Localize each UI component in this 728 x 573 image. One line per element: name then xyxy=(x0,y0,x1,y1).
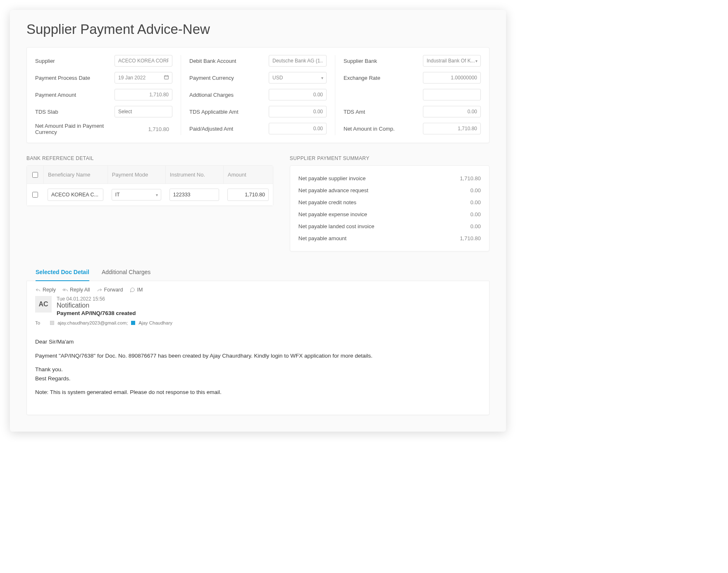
payment-amount-label: Payment Amount xyxy=(35,92,115,98)
payment-amount-input[interactable] xyxy=(115,89,172,100)
sum-invoice-val: 1,710.80 xyxy=(460,175,481,181)
debit-bank-select[interactable] xyxy=(269,55,327,67)
addl-charges-input[interactable] xyxy=(269,89,327,100)
sum-landed-label: Net payable landed cost invoice xyxy=(298,223,375,229)
header-beneficiary: Beneficiary Name xyxy=(43,166,107,184)
table-row: ▾ xyxy=(27,184,273,205)
reply-all-label: Reply All xyxy=(70,287,90,293)
tds-slab-select[interactable] xyxy=(115,106,172,117)
to-name: Ajay Chaudhary xyxy=(138,320,172,325)
tab-additional-charges[interactable]: Additional Charges xyxy=(102,264,150,281)
net-paid-value: 1,710.80 xyxy=(115,126,172,132)
bank-ref-grid: Beneficiary Name Payment Mode Instrument… xyxy=(26,165,273,206)
tds-slab-label: TDS Slab xyxy=(35,109,115,115)
summary-title: SUPPLIER PAYMENT SUMMARY xyxy=(290,155,489,161)
sum-invoice-label: Net payable supplier invoice xyxy=(298,175,366,181)
form-col-3: Supplier Bank ▾ Exchange Rate TDS Amt Ne… xyxy=(335,55,489,135)
reply-button[interactable]: Reply xyxy=(35,287,56,293)
two-col: BANK REFERENCE DETAIL Beneficiary Name P… xyxy=(26,155,489,251)
im-button[interactable]: IM xyxy=(129,287,143,293)
bank-ref-title: BANK REFERENCE DETAIL xyxy=(26,155,273,161)
doc-panel: Reply Reply All Forward IM AC Tue 04.01.… xyxy=(26,281,489,415)
tds-amt-label: TDS Amt xyxy=(344,109,423,115)
mail-timestamp: Tue 04.01.2022 15:56 xyxy=(57,296,136,302)
row-checkbox[interactable] xyxy=(32,192,38,198)
process-date-input[interactable] xyxy=(115,72,172,84)
supplier-label: Supplier xyxy=(35,58,115,64)
header-mode: Payment Mode xyxy=(107,166,165,184)
tds-amt-input[interactable] xyxy=(423,106,481,117)
sum-expense-label: Net payable expense inovice xyxy=(298,211,367,217)
exchange-rate-label: Exchange Rate xyxy=(344,75,423,81)
payment-mode-select[interactable] xyxy=(112,189,161,201)
mail-subject: Payment AP/INQ/7638 created xyxy=(57,310,136,316)
mail-line1: Payment "AP/INQ/7638" for Doc. No. 89087… xyxy=(35,352,481,360)
tab-selected-doc[interactable]: Selected Doc Detail xyxy=(36,264,89,281)
sum-advance-label: Net payable advance request xyxy=(298,187,368,193)
mail-note: Note: This is system generated email. Pl… xyxy=(35,388,481,396)
reply-icon xyxy=(35,287,41,293)
mail-actions: Reply Reply All Forward IM xyxy=(35,287,481,293)
tds-applicable-label: TDS Applicatble Amt xyxy=(189,109,269,115)
instrument-input[interactable] xyxy=(169,189,219,201)
summary-card: Net payable supplier invoice1,710.80 Net… xyxy=(290,165,489,251)
sum-advance-val: 0.00 xyxy=(470,187,481,193)
blank-input[interactable] xyxy=(423,89,481,100)
supplier-bank-select[interactable] xyxy=(423,55,481,67)
sum-amount-label: Net payable amount xyxy=(298,235,346,241)
net-comp-label: Net Amount in Comp. xyxy=(344,126,423,132)
page-container: Supplier Payment Advice-New Supplier Pay… xyxy=(10,10,506,432)
mail-body: Dear Sir/Ma'am Payment "AP/INQ/7638" for… xyxy=(35,338,481,396)
paid-adjusted-label: Paid/Adjusted Amt xyxy=(189,126,269,132)
supplier-input[interactable] xyxy=(115,55,172,67)
reply-all-button[interactable]: Reply All xyxy=(62,287,90,293)
sum-landed-val: 0.00 xyxy=(470,223,481,229)
sum-expense-val: 0.00 xyxy=(470,211,481,217)
page-title: Supplier Payment Advice-New xyxy=(26,21,489,37)
form-col-2: Debit Bank Account Payment Currency ▾ Ad… xyxy=(181,55,335,135)
paid-adjusted-input[interactable] xyxy=(269,123,327,134)
avatar: AC xyxy=(35,296,52,313)
reply-all-icon xyxy=(62,287,68,293)
supplier-bank-label: Supplier Bank xyxy=(344,58,423,64)
grid-header: Beneficiary Name Payment Mode Instrument… xyxy=(27,166,273,184)
mail-head: AC Tue 04.01.2022 15:56 Notification Pay… xyxy=(35,296,481,316)
debit-bank-label: Debit Bank Account xyxy=(189,58,269,64)
header-amount: Amount xyxy=(223,166,273,184)
forward-button[interactable]: Forward xyxy=(97,287,123,293)
exchange-rate-input[interactable] xyxy=(423,72,481,84)
to-email: ajay.chaudhary2023@gmail.com; xyxy=(57,320,128,325)
sum-credit-val: 0.00 xyxy=(470,199,481,205)
form-card: Supplier Payment Process Date Payment Am… xyxy=(26,47,489,143)
mail-regards: Best Regards. xyxy=(35,375,481,383)
header-checkbox[interactable] xyxy=(32,172,38,178)
sum-credit-label: Net payable credit notes xyxy=(298,199,356,205)
addl-charges-label: Addtional Charges xyxy=(189,92,269,98)
mail-thanks: Thank you. xyxy=(35,365,481,374)
currency-select[interactable] xyxy=(269,72,327,84)
im-icon xyxy=(129,287,135,293)
beneficiary-input[interactable] xyxy=(48,189,103,201)
to-label: To xyxy=(35,320,40,325)
currency-label: Payment Currency xyxy=(189,75,269,81)
forward-label: Forward xyxy=(104,287,123,293)
chip-icon xyxy=(50,321,54,325)
mail-greeting: Dear Sir/Ma'am xyxy=(35,338,481,346)
mail-from: Notification xyxy=(57,302,136,309)
im-label: IM xyxy=(137,287,143,293)
amount-input[interactable] xyxy=(227,189,269,201)
net-comp-input[interactable] xyxy=(423,123,481,134)
sum-amount-val: 1,710.80 xyxy=(460,235,481,241)
process-date-label: Payment Process Date xyxy=(35,75,115,81)
mail-to-line: To ajay.chaudhary2023@gmail.com; Ajay Ch… xyxy=(35,320,481,325)
tds-applicable-input[interactable] xyxy=(269,106,327,117)
tabs: Selected Doc Detail Additional Charges xyxy=(26,264,489,281)
reply-label: Reply xyxy=(43,287,56,293)
forward-icon xyxy=(97,287,103,293)
header-instrument: Instrument No. xyxy=(165,166,223,184)
chip-icon xyxy=(131,321,135,325)
form-col-1: Supplier Payment Process Date Payment Am… xyxy=(27,55,181,135)
net-paid-label: Net Amount Paid in Payment Currency xyxy=(35,123,115,135)
